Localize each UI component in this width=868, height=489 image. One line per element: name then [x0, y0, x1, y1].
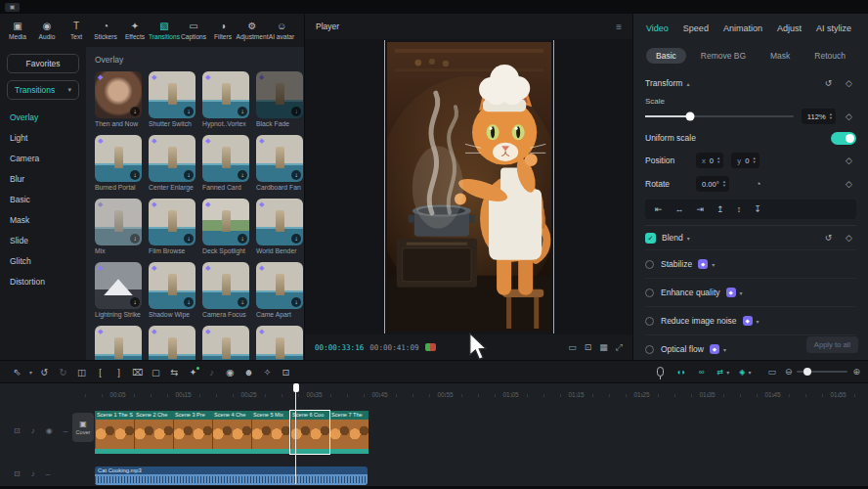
video-clip[interactable]: Scene 5 Mix: [251, 411, 290, 454]
transition-item[interactable]: ◆ ↓ Lightning Strike: [95, 262, 142, 320]
align-right-icon[interactable]: ⇥: [697, 204, 705, 214]
favorites-button[interactable]: Favorites: [7, 54, 79, 73]
inspector-tab[interactable]: Video: [646, 23, 669, 33]
transition-thumbnail[interactable]: ◆ ↓: [149, 135, 195, 182]
download-icon[interactable]: ↓: [130, 107, 140, 116]
video-track-lock-icon[interactable]: ⊡: [14, 426, 21, 435]
download-icon[interactable]: ↓: [238, 170, 247, 180]
transition-item[interactable]: ◆ ↓ Center Enlarge: [149, 135, 195, 193]
blend-keyframe-icon[interactable]: ◇: [842, 231, 856, 245]
preview-axis-toggle[interactable]: ⇄▾: [717, 366, 730, 378]
magnet-toggle[interactable]: ◖◗: [676, 366, 689, 378]
download-icon[interactable]: ↓: [184, 107, 194, 116]
transition-thumbnail[interactable]: ◆ ↓: [149, 199, 195, 245]
download-icon[interactable]: ↓: [238, 297, 247, 307]
inspector-subtab[interactable]: Retouch: [804, 48, 855, 64]
transition-item[interactable]: ◆ ↓ Fanned Card: [202, 135, 249, 193]
avatar-icon[interactable]: ☻: [239, 367, 258, 378]
reset-transform-icon[interactable]: ↺: [821, 76, 836, 91]
sidebar-category-item[interactable]: Overlay: [7, 107, 79, 127]
position-x-input[interactable]: x 0 ▴▾: [696, 153, 723, 168]
align-center-horizontal-icon[interactable]: ↔: [675, 204, 684, 214]
transition-item[interactable]: ◆ ↓ Then and Now: [95, 71, 142, 129]
timeline[interactable]: 00:0500:1500:2500:3500:4500:5501:0501:15…: [0, 383, 868, 486]
download-icon[interactable]: ↓: [130, 234, 140, 244]
transition-item[interactable]: ◆ ↓ Came Apart: [256, 262, 303, 320]
object-track-icon[interactable]: ⊡: [585, 342, 592, 352]
scale-value-input[interactable]: 112% ▴▾: [802, 109, 836, 124]
playhead[interactable]: [295, 383, 296, 484]
rotate-dial-icon[interactable]: ◔: [751, 177, 765, 192]
sidebar-category-item[interactable]: Camera: [7, 148, 79, 168]
download-icon[interactable]: ↓: [130, 297, 140, 307]
transition-thumbnail[interactable]: ◆ ↓: [95, 199, 142, 245]
position-keyframe-icon[interactable]: ◇: [842, 154, 856, 168]
sidebar-category-item[interactable]: Glitch: [7, 250, 79, 271]
feature-checkbox[interactable]: [645, 345, 654, 354]
redo-icon[interactable]: ↻: [54, 367, 72, 378]
inspector-subtab[interactable]: Remove BG: [691, 48, 756, 64]
sidebar-category-item[interactable]: Mask: [7, 209, 79, 230]
inspector-tab[interactable]: Speed: [683, 23, 709, 33]
transition-item[interactable]: ◆ ↓ Shadow Wipe: [149, 262, 195, 320]
ribbon-tab[interactable]: ⚙ Adjustment: [238, 21, 267, 40]
feature-checkbox[interactable]: [645, 260, 654, 269]
audio-track-lock-icon[interactable]: ⊡: [14, 469, 21, 478]
transition-thumbnail[interactable]: ◆ ↓: [95, 71, 142, 118]
timeline-ruler[interactable]: 00:0500:1500:2500:3500:4500:5501:0501:15…: [0, 383, 868, 397]
select-tool-icon[interactable]: ⇖: [8, 367, 26, 378]
video-preview[interactable]: [387, 42, 551, 332]
rotate-stepper[interactable]: ▴▾: [723, 180, 725, 189]
audio-clip[interactable]: Cat Cooking.mp3: [95, 467, 368, 485]
blend-label[interactable]: Blend: [662, 233, 683, 243]
inspector-tab[interactable]: AI stylize: [816, 23, 851, 33]
transform-section-label[interactable]: Transform: [645, 78, 682, 88]
transition-item[interactable]: ◆ ↓: [202, 326, 249, 360]
align-left-icon[interactable]: ⇤: [655, 204, 663, 214]
transition-thumbnail[interactable]: ◆ ↓: [256, 326, 303, 360]
download-icon[interactable]: ↓: [184, 234, 194, 244]
zoom-out-icon[interactable]: ⊖: [785, 367, 793, 377]
uniform-scale-toggle[interactable]: [831, 132, 856, 145]
sidebar-category-item[interactable]: Basic: [7, 189, 79, 209]
sidebar-category-item[interactable]: Light: [7, 127, 79, 148]
crop-icon[interactable]: ⊡: [277, 367, 295, 378]
audio-track-mute-icon[interactable]: ♪: [31, 469, 35, 478]
video-clip[interactable]: Scene 4 Che: [212, 411, 251, 454]
ribbon-tab[interactable]: T Text: [62, 21, 91, 40]
transition-thumbnail[interactable]: ◆ ↓: [202, 262, 249, 309]
transition-thumbnail[interactable]: ◆ ↓: [256, 135, 303, 182]
scale-slider[interactable]: [645, 115, 794, 117]
effects-icon[interactable]: ✧: [258, 367, 277, 378]
video-clip[interactable]: Scene 1 The S: [95, 411, 134, 454]
transition-thumbnail[interactable]: ◆ ↓: [202, 326, 249, 360]
feature-row[interactable]: Enhance quality ◆ ▾: [645, 278, 856, 306]
fullscreen-icon[interactable]: ⤢: [616, 342, 623, 353]
transition-thumbnail[interactable]: ◆ ↓: [149, 262, 195, 309]
feature-checkbox[interactable]: [645, 289, 654, 297]
record-voiceover-icon[interactable]: [657, 367, 664, 377]
preview-mirror-icon[interactable]: ▭: [767, 367, 776, 377]
align-bottom-icon[interactable]: ↧: [754, 204, 761, 214]
transition-thumbnail[interactable]: ◆ ↓: [95, 326, 142, 360]
rotate-keyframe-icon[interactable]: ◇: [842, 177, 856, 192]
freeze-frame-icon[interactable]: ▢: [147, 367, 165, 378]
trim-right-icon[interactable]: ]: [109, 367, 128, 378]
rotate-input[interactable]: 0.00° ▴▾: [696, 176, 729, 192]
video-track-mute-icon[interactable]: ♪: [31, 426, 35, 435]
transition-thumbnail[interactable]: ◆ ↓: [95, 135, 142, 182]
transition-item[interactable]: ◆ ↓: [95, 326, 142, 360]
transition-item[interactable]: ◆ ↓ Shutter Switch: [149, 71, 195, 129]
video-clip[interactable]: Scene 3 Pre: [173, 411, 212, 454]
display-ratio-icon[interactable]: ▭: [568, 342, 577, 352]
sidebar-category-item[interactable]: Slide: [7, 230, 79, 250]
extract-audio-icon[interactable]: ♪: [202, 367, 221, 378]
trim-left-icon[interactable]: [: [91, 367, 109, 378]
transition-thumbnail[interactable]: ◆ ↓: [256, 71, 303, 118]
ribbon-tab[interactable]: ▭ Captions: [179, 21, 208, 40]
reverse-icon[interactable]: ⇆: [165, 367, 184, 378]
transition-item[interactable]: ◆ ↓: [256, 326, 303, 360]
download-icon[interactable]: ↓: [238, 107, 247, 116]
download-icon[interactable]: ↓: [291, 234, 301, 244]
transition-thumbnail[interactable]: ◆ ↓: [256, 199, 303, 245]
